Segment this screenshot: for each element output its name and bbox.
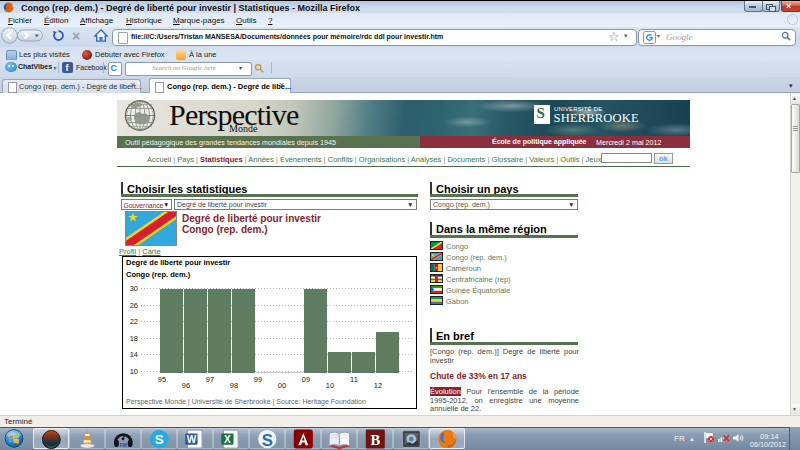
svg-text:FM: FM <box>120 442 127 448</box>
svg-text:S: S <box>262 431 273 450</box>
svg-text:S: S <box>155 432 164 447</box>
svg-text:W: W <box>187 434 197 445</box>
svg-text:X: X <box>224 434 231 445</box>
svg-text:B: B <box>370 432 380 448</box>
